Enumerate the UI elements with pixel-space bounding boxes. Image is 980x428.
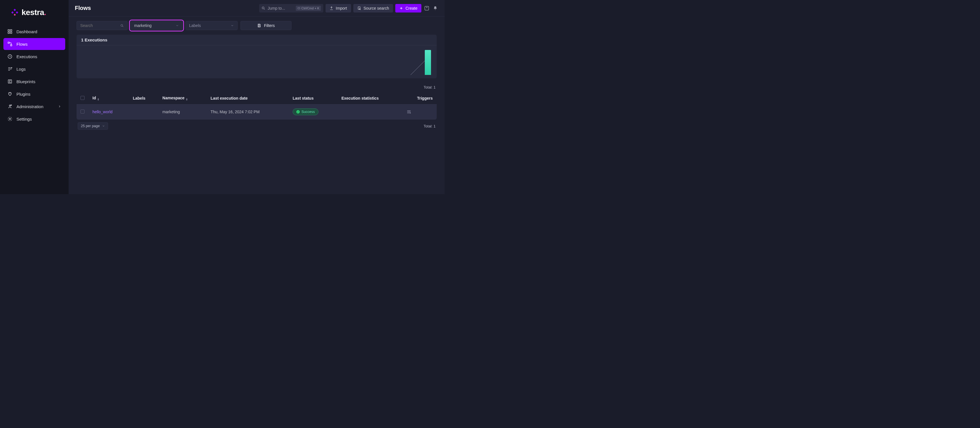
create-button[interactable]: Create (395, 4, 422, 13)
source-search-button[interactable]: Source search (353, 4, 393, 13)
col-namespace[interactable]: Namespace▲▼ (159, 92, 207, 104)
labels-select[interactable]: Labels (185, 21, 238, 30)
blueprints-icon (7, 79, 13, 84)
svg-rect-5 (11, 30, 12, 31)
nav-label: Executions (16, 54, 37, 59)
executions-panel: 1 Executions (76, 35, 437, 78)
col-last-status[interactable]: Last status (289, 92, 337, 104)
search-icon (261, 6, 266, 10)
row-checkbox[interactable] (81, 110, 84, 113)
logo[interactable]: kestra. (0, 5, 68, 23)
button-label: Source search (364, 6, 389, 11)
select-placeholder: Labels (189, 23, 201, 28)
executions-icon (7, 54, 13, 59)
logs-icon (7, 66, 13, 72)
col-last-exec[interactable]: Last execution date (207, 92, 289, 104)
jump-to-placeholder: Jump to... (268, 6, 285, 11)
content: marketing Labels Filters 1 Executions (68, 16, 445, 194)
jump-to-search[interactable]: Jump to... Ctrl/Cmd + K (259, 4, 323, 13)
svg-point-16 (262, 7, 264, 9)
svg-rect-9 (11, 45, 12, 46)
executions-panel-title: 1 Executions (76, 35, 437, 45)
pagination-bar: 25 per page Total: 1 (76, 120, 437, 133)
nav-label: Settings (16, 117, 32, 121)
sidebar-item-blueprints[interactable]: Blueprints (3, 75, 65, 88)
svg-rect-2 (16, 11, 18, 14)
flows-icon (7, 42, 13, 46)
upload-icon (329, 6, 334, 10)
svg-rect-23 (259, 26, 260, 27)
logo-mark-icon (11, 8, 19, 16)
svg-point-13 (10, 105, 11, 107)
sidebar-item-administration[interactable]: Administration (3, 101, 65, 112)
sidebar-item-dashboard[interactable]: Dashboard (3, 26, 65, 37)
executions-chart (76, 45, 437, 78)
nav-label: Plugins (16, 92, 30, 96)
administration-icon (7, 104, 13, 109)
sidebar: kestra. Dashboard Flows Executions Logs … (0, 0, 68, 194)
flows-table: Id▲▼ Labels Namespace▲▼ Last execution d… (76, 92, 437, 120)
sidebar-item-plugins[interactable]: Plugins (3, 88, 65, 100)
main: Flows Jump to... Ctrl/Cmd + K Import S (68, 0, 445, 194)
cell-namespace: marketing (159, 104, 207, 120)
svg-rect-18 (358, 6, 360, 9)
page-title: Flows (75, 5, 91, 11)
svg-point-21 (121, 24, 123, 26)
total-top: Total: 1 (76, 83, 437, 92)
plus-icon (399, 6, 403, 10)
nav-label: Dashboard (16, 29, 37, 34)
sort-icon: ▲▼ (186, 98, 188, 101)
cell-labels (129, 104, 158, 120)
svg-point-3 (14, 14, 16, 16)
button-label: Import (336, 6, 347, 11)
col-exec-stats[interactable]: Execution statistics (337, 92, 402, 104)
logo-text: kestra. (22, 8, 46, 17)
sidebar-item-executions[interactable]: Executions (3, 51, 65, 62)
search-input[interactable] (76, 21, 127, 30)
per-page-select[interactable]: 25 per page (78, 122, 108, 130)
file-search-icon (357, 6, 361, 10)
select-all-checkbox[interactable] (81, 96, 84, 100)
button-label: Create (406, 6, 417, 11)
col-id[interactable]: Id▲▼ (89, 92, 129, 104)
chevron-down-icon (175, 24, 179, 27)
settings-icon (7, 117, 13, 121)
bell-icon[interactable] (432, 5, 438, 11)
import-button[interactable]: Import (326, 4, 351, 13)
svg-rect-17 (298, 7, 300, 9)
svg-rect-1 (11, 11, 14, 14)
topbar: Flows Jump to... Ctrl/Cmd + K Import S (68, 0, 445, 16)
svg-rect-22 (259, 24, 260, 25)
help-icon[interactable] (424, 5, 430, 11)
col-labels[interactable]: Labels (129, 92, 158, 104)
sidebar-item-settings[interactable]: Settings (3, 113, 65, 125)
svg-point-14 (11, 105, 12, 105)
sort-icon: ▲▼ (97, 98, 99, 101)
trigger-action-icon[interactable] (407, 110, 433, 114)
dashboard-icon (7, 29, 13, 34)
search-field[interactable] (80, 23, 118, 28)
sidebar-item-flows[interactable]: Flows (3, 38, 65, 50)
button-label: Filters (264, 23, 275, 28)
plugins-icon (7, 91, 13, 96)
filters-button[interactable]: Filters (240, 21, 291, 30)
svg-rect-6 (8, 32, 10, 34)
svg-point-19 (359, 8, 360, 10)
svg-point-15 (10, 118, 11, 120)
shortcut-hint: Ctrl/Cmd + K (296, 6, 321, 11)
cell-last-exec: Thu, May 16, 2024 7:02 PM (207, 104, 289, 120)
search-icon (120, 24, 124, 27)
nav-label: Flows (16, 42, 27, 46)
svg-point-24 (410, 113, 410, 113)
chevron-down-icon (102, 125, 105, 128)
svg-rect-7 (11, 32, 12, 34)
nav-label: Logs (16, 67, 26, 72)
flow-id-link[interactable]: hello_world (92, 110, 113, 114)
sidebar-item-logs[interactable]: Logs (3, 63, 65, 75)
chart-trend-line (410, 61, 425, 75)
col-triggers[interactable]: Triggers (402, 92, 437, 104)
svg-rect-8 (8, 42, 10, 43)
namespace-select[interactable]: marketing (130, 21, 183, 30)
check-icon: ✓ (296, 110, 300, 113)
table-row[interactable]: hello_world marketing Thu, May 16, 2024 … (76, 104, 437, 120)
